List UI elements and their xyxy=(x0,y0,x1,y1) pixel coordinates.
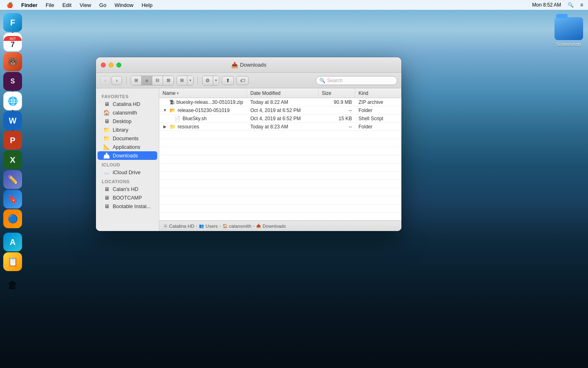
maximize-button[interactable] xyxy=(116,63,121,67)
dock-item-bear[interactable]: 🐻 xyxy=(3,52,22,71)
sidebar-item-downloads[interactable]: 📥 Downloads xyxy=(98,151,157,160)
app-name[interactable]: Finder xyxy=(18,0,41,10)
view-column-btn[interactable]: ⊟ xyxy=(152,76,163,85)
menubar-search-icon[interactable]: 🔍 xyxy=(566,2,575,8)
file-row-bluesky-sh[interactable]: 📄 BlueSky.sh Oct 4, 2019 at 6:52 PM 15 K… xyxy=(159,114,401,123)
finder-statusbar: 🖥 Catalina HD › 👥 Users › 🏠 calansmith ›… xyxy=(159,220,401,231)
breadcrumb-users[interactable]: Users xyxy=(205,224,218,229)
view-options-main[interactable]: ⊞ xyxy=(177,76,187,85)
file-icon-release: 📂 xyxy=(169,108,176,113)
finder-title: 📥 Downloads xyxy=(231,62,266,68)
gear-button[interactable]: ⚙ xyxy=(203,76,213,85)
empty-row-9 xyxy=(159,196,401,204)
sidebar-item-icloud-drive[interactable]: ☁️ iCloud Drive xyxy=(98,168,157,177)
tag-button[interactable]: 🏷 xyxy=(236,76,249,85)
dock-item-finder[interactable]: F xyxy=(3,13,22,32)
file-date-resources: Today at 8:23 AM xyxy=(247,124,318,130)
dock-item-calendar[interactable]: OCT 7 xyxy=(3,33,22,52)
share-button[interactable]: ⬆ xyxy=(222,76,234,85)
empty-row-7 xyxy=(159,180,401,188)
dock-item-trash[interactable]: 🗑 xyxy=(3,276,22,294)
screenshots-folder[interactable]: Screenshots xyxy=(555,17,583,47)
minimize-button[interactable] xyxy=(109,63,114,67)
file-row-bluesky-zip[interactable]: 🗜 bluesky-releas...30-051019.zip Today a… xyxy=(159,98,401,106)
sidebar-label-library: Library xyxy=(113,127,128,133)
screenshots-folder-icon xyxy=(555,17,583,40)
sidebar-item-library[interactable]: 📁 Library xyxy=(98,126,157,134)
dock-item-powerpoint[interactable]: P xyxy=(3,131,22,150)
dock-item-chrome[interactable]: 🌐 xyxy=(3,92,22,110)
file-size-release: -- xyxy=(318,108,355,113)
menu-window[interactable]: Window xyxy=(111,0,136,10)
forward-button[interactable]: › xyxy=(111,76,122,85)
sidebar-item-documents[interactable]: 📁 Documents xyxy=(98,134,157,143)
dock-separator-2 xyxy=(5,273,20,274)
file-icon-zip: 🗜 xyxy=(169,99,174,105)
disclosure-release[interactable]: ▼ xyxy=(163,108,167,112)
view-options-arrow[interactable]: ▾ xyxy=(187,76,193,85)
menu-help[interactable]: Help xyxy=(138,0,156,10)
file-name-bluesky-zip: 🗜 bluesky-releas...30-051019.zip xyxy=(159,99,247,105)
sidebar-item-calansmith[interactable]: 🏠 calansmith xyxy=(98,108,157,117)
disclosure-resources[interactable]: ▶ xyxy=(163,124,167,129)
empty-row-11 xyxy=(159,213,401,220)
breadcrumb-downloads[interactable]: Downloads xyxy=(263,224,286,229)
file-date-bluesky: Today at 8:22 AM xyxy=(247,99,318,105)
dock-item-bookmarks[interactable]: 🔖 xyxy=(3,190,22,209)
col-size[interactable]: Size xyxy=(318,88,355,98)
empty-row-10 xyxy=(159,204,401,213)
apple-menu[interactable]: 🍎 xyxy=(3,0,16,10)
sidebar-icon-downloads: 📥 xyxy=(103,153,110,159)
search-placeholder: Search xyxy=(327,78,343,83)
sidebar-item-calans-hd[interactable]: 🖥 Calan's HD xyxy=(98,185,157,193)
sidebar-label-catalina: Catalina HD xyxy=(113,101,140,107)
sidebar-label-calans-hd: Calan's HD xyxy=(113,186,138,192)
back-button[interactable]: ‹ xyxy=(100,76,111,85)
dock-item-notes[interactable]: 📋 xyxy=(3,252,22,271)
col-kind[interactable]: Kind xyxy=(355,88,401,98)
sidebar-icon-bootable: 🖥 xyxy=(103,203,110,209)
file-icon-resources: 📁 xyxy=(169,124,176,130)
sidebar-icon-applications: 📐 xyxy=(103,144,110,150)
sidebar-item-desktop[interactable]: 🖥 Desktop xyxy=(98,117,157,126)
dock-item-excel[interactable]: X xyxy=(3,150,22,169)
finder-titlebar: 📥 Downloads xyxy=(96,57,401,73)
dock-item-blender[interactable]: 🔵 xyxy=(3,209,22,228)
breadcrumb-calansmith[interactable]: calansmith xyxy=(229,224,252,229)
menu-edit[interactable]: Edit xyxy=(59,0,75,10)
col-date[interactable]: Date Modified xyxy=(247,88,318,98)
dock-item-word[interactable]: W xyxy=(3,111,22,130)
menu-file[interactable]: File xyxy=(42,0,58,10)
sidebar-label-desktop: Desktop xyxy=(113,119,131,124)
menu-go[interactable]: Go xyxy=(96,0,109,10)
gear-arrow[interactable]: ▾ xyxy=(213,76,219,85)
col-name[interactable]: Name ▾ xyxy=(159,88,247,98)
filelist-header: Name ▾ Date Modified Size Kind xyxy=(159,88,401,98)
file-size-bluesky: 90.9 MB xyxy=(318,99,355,105)
view-list-btn[interactable]: ≡ xyxy=(142,76,152,85)
menubar: 🍎 Finder File Edit View Go Window Help M… xyxy=(0,0,588,10)
menubar-control-icon[interactable]: ≡ xyxy=(579,2,585,8)
sidebar-item-bootable[interactable]: 🖥 Bootable Instal... xyxy=(98,202,157,211)
menu-view[interactable]: View xyxy=(76,0,94,10)
sidebar-item-bootcamp[interactable]: 🖥 BOOTCAMP xyxy=(98,193,157,202)
sidebar-item-applications[interactable]: 📐 Applications xyxy=(98,143,157,151)
icloud-header: iCloud xyxy=(96,160,159,168)
dock-item-pencil[interactable]: ✏️ xyxy=(3,170,22,189)
sidebar-icon-calansmith: 🏠 xyxy=(103,110,110,116)
file-row-resources[interactable]: ▶ 📁 resources Today at 8:23 AM -- Folder xyxy=(159,123,401,131)
file-row-release[interactable]: ▼ 📂 release-015230-051019 Oct 4, 2019 at… xyxy=(159,106,401,114)
view-icon-btn[interactable]: ⊞ xyxy=(131,76,142,85)
file-date-bluesky-sh: Oct 4, 2019 at 6:52 PM xyxy=(247,116,318,121)
empty-row-8 xyxy=(159,188,401,196)
breadcrumb-icon-2: 🏠 xyxy=(223,224,227,228)
breadcrumb-catalina[interactable]: Catalina HD xyxy=(169,224,194,229)
dock-item-slack[interactable]: S xyxy=(3,72,22,91)
empty-row-6 xyxy=(159,172,401,180)
view-gallery-btn[interactable]: ⊠ xyxy=(163,76,174,85)
close-button[interactable] xyxy=(101,63,106,67)
dock-item-appstore[interactable]: A xyxy=(3,233,22,251)
navigation-buttons: ‹ › xyxy=(100,76,122,85)
search-field[interactable]: 🔍 Search xyxy=(316,76,397,85)
sidebar-item-catalina-hd[interactable]: 🖥 Catalina HD xyxy=(98,100,157,108)
